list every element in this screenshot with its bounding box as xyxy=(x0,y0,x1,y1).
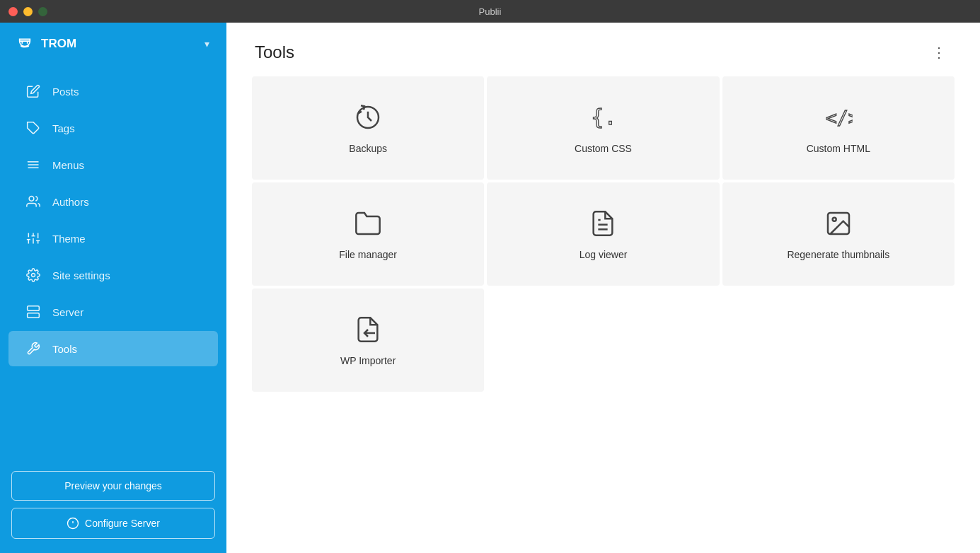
window-controls[interactable] xyxy=(8,7,47,16)
tool-label-backups: Backups xyxy=(349,143,387,154)
file-manager-icon xyxy=(352,208,384,239)
sidebar-item-posts[interactable]: Posts xyxy=(8,74,218,109)
sidebar-item-theme[interactable]: Theme xyxy=(8,221,218,256)
tool-label-regenerate-thumbnails: Regenerate thumbnails xyxy=(787,249,889,260)
site-icon xyxy=(17,35,33,54)
app-body: TROM ▾ Posts Tags xyxy=(0,23,980,553)
svg-text:{...}: {...} xyxy=(592,105,618,129)
posts-icon xyxy=(25,83,41,99)
configure-label: Configure Server xyxy=(85,518,160,529)
backups-icon xyxy=(352,102,384,133)
tools-grid: Backups {...} Custom CSS </> Custom xyxy=(226,76,980,417)
tool-card-wp-importer[interactable]: WP Importer xyxy=(252,289,484,392)
server-icon xyxy=(25,304,41,320)
close-button[interactable] xyxy=(8,7,18,16)
tool-label-log-viewer: Log viewer xyxy=(580,249,628,260)
wp-importer-icon xyxy=(352,314,384,345)
preview-changes-button[interactable]: Preview your changes xyxy=(11,471,215,501)
regenerate-thumbnails-icon xyxy=(823,208,854,239)
svg-point-29 xyxy=(832,218,836,221)
tool-card-file-manager[interactable]: File manager xyxy=(252,182,484,286)
sidebar-header[interactable]: TROM ▾ xyxy=(0,23,226,65)
tool-label-wp-importer: WP Importer xyxy=(340,355,396,366)
sidebar-item-label-authors: Authors xyxy=(52,196,89,208)
tool-label-file-manager: File manager xyxy=(339,249,397,260)
svg-point-5 xyxy=(29,197,34,202)
main-header: Tools ⋮ xyxy=(226,23,980,76)
sidebar-item-label-server: Server xyxy=(52,306,83,318)
log-viewer-icon xyxy=(587,208,618,239)
theme-icon xyxy=(25,231,41,246)
tool-card-custom-css[interactable]: {...} Custom CSS xyxy=(487,76,719,180)
sidebar-item-label-theme: Theme xyxy=(52,233,86,245)
site-name: TROM xyxy=(41,37,196,51)
chevron-down-icon[interactable]: ▾ xyxy=(204,38,209,50)
svg-text:</>: </> xyxy=(825,107,852,129)
configure-server-icon xyxy=(67,517,79,530)
sidebar-bottom: Preview your changes Configure Server xyxy=(0,460,226,553)
sidebar-item-label-tags: Tags xyxy=(52,122,75,134)
tools-icon xyxy=(25,341,41,356)
sidebar-item-label-tools: Tools xyxy=(52,343,77,355)
sidebar-item-authors[interactable]: Authors xyxy=(8,184,218,219)
menus-icon xyxy=(25,157,41,173)
sidebar-item-server[interactable]: Server xyxy=(8,294,218,330)
page-title: Tools xyxy=(255,42,294,62)
sidebar-item-site-settings[interactable]: Site settings xyxy=(8,257,218,293)
sidebar-item-label-site-settings: Site settings xyxy=(52,269,110,281)
sidebar-nav: Posts Tags Menus Authors xyxy=(0,65,226,460)
maximize-button xyxy=(38,7,47,16)
svg-point-15 xyxy=(32,274,35,277)
custom-html-icon: </> xyxy=(823,102,854,133)
titlebar: Publii xyxy=(0,0,980,23)
authors-icon xyxy=(25,194,41,209)
tool-label-custom-html: Custom HTML xyxy=(807,143,870,154)
sidebar-item-menus[interactable]: Menus xyxy=(8,147,218,182)
sidebar: TROM ▾ Posts Tags xyxy=(0,23,226,553)
more-options-button[interactable]: ⋮ xyxy=(926,42,952,62)
sidebar-item-label-posts: Posts xyxy=(52,86,79,98)
main-content: Tools ⋮ Backups xyxy=(226,23,980,553)
tool-card-backups[interactable]: Backups xyxy=(252,76,484,180)
app-title: Publii xyxy=(479,6,502,17)
minimize-button[interactable] xyxy=(23,7,33,16)
site-settings-icon xyxy=(25,267,41,283)
tool-card-regenerate-thumbnails[interactable]: Regenerate thumbnails xyxy=(722,182,955,286)
svg-rect-16 xyxy=(28,306,40,311)
tool-label-custom-css: Custom CSS xyxy=(575,143,632,154)
sidebar-item-tags[interactable]: Tags xyxy=(8,110,218,146)
preview-label: Preview your changes xyxy=(64,480,162,491)
tags-icon xyxy=(25,120,41,136)
tool-card-custom-html[interactable]: </> Custom HTML xyxy=(722,76,955,180)
custom-css-icon: {...} xyxy=(587,102,618,133)
sidebar-item-label-menus: Menus xyxy=(52,159,84,171)
svg-rect-17 xyxy=(28,313,40,318)
configure-server-button[interactable]: Configure Server xyxy=(11,508,215,539)
tool-card-log-viewer[interactable]: Log viewer xyxy=(487,182,719,286)
sidebar-item-tools[interactable]: Tools xyxy=(8,331,218,366)
